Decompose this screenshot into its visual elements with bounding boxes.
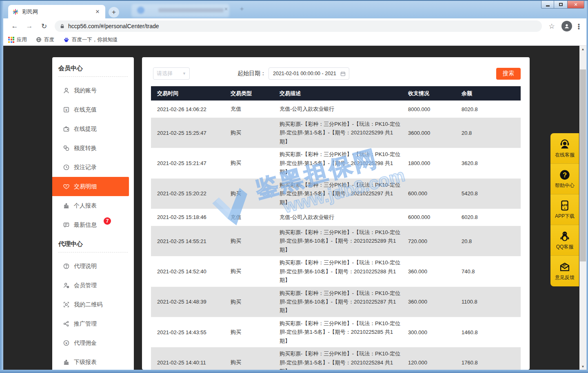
sidebar-item-my-account[interactable]: 我的账号 [52,81,134,100]
cell-desc: 购买彩票-【彩种：三分PK拾】-【玩法：PK10-定位胆-定位胆-第6-10名】… [280,289,408,315]
reload-icon[interactable]: ↻ [38,20,50,32]
bookmark-baidu-search[interactable]: 百度一下，你就知道 [63,36,118,43]
table-row: 2021-02-25 14:55:21 购买 购买彩票-【彩种：三分PK拾】-【… [151,226,521,256]
bookmarks-bar: 应用 百度 百度一下，你就知道 [3,34,586,46]
maximize-button[interactable] [554,1,567,9]
title-bar: × + 彩民网 ✕ + ✕ [0,0,588,18]
sidebar-item-bet-records[interactable]: 投注记录 [52,158,134,177]
vertical-scrollbar[interactable]: ▲ ▼ [579,46,586,370]
header-amount: 收支情况 [408,90,462,97]
sidebar-item-commission[interactable]: ¥ 代理佣金 [52,333,134,353]
cell-desc: 充值-公司入款农业银行 [280,213,408,221]
cell-balance: 20.8 [462,238,521,244]
help-center-button[interactable]: ? 帮助中心 [550,164,579,194]
cell-balance: 8020.8 [462,106,521,112]
sidebar-item-label: 额度转换 [74,145,97,152]
minimize-button[interactable] [541,1,554,9]
search-button[interactable]: 搜索 [496,68,521,80]
sidebar-section-title: 代理中心 [52,235,134,252]
cell-amount: 3600.000 [408,130,462,136]
cell-time: 2021-02-25 14:52:40 [151,268,231,275]
new-tab-button[interactable]: + [109,7,119,18]
share-icon [62,320,70,327]
history-clock-icon [62,164,70,171]
main-panel: 请选择 ▼ 起始日期： 搜索 交易时间 交易类型 交易描述 收支情况 [142,57,530,370]
svg-text:¥: ¥ [65,341,67,345]
forward-icon[interactable]: → [24,20,35,32]
sidebar-item-label: 代理说明 [74,263,97,270]
cell-time: 2021-02-25 15:21:47 [151,160,231,166]
bookmark-apps[interactable]: 应用 [8,36,27,43]
cell-desc: 购买彩票-【彩种：三分PK拾】-【玩法：PK10-定位胆-定位胆-第6-10名】… [280,258,408,284]
sidebar-item-label: 在线充值 [74,106,97,114]
cell-type: 购买 [231,129,280,136]
online-service-button[interactable]: 在线客服 [550,133,579,164]
sidebar-item-recharge[interactable]: ¥ 在线充值 [52,100,134,119]
sidebar-item-withdraw[interactable]: 在线提现 [52,119,134,138]
qq-service-button[interactable]: QQ客服 [550,225,579,256]
scroll-up-icon[interactable]: ▲ [579,46,586,52]
cell-desc: 购买彩票-【彩种：三分PK拾】-【玩法：PK10-定位胆-定位胆-第1-5名】-… [280,349,408,370]
baidu-paw-icon [63,37,69,43]
cell-balance: 20.8 [462,130,521,136]
user-icon [62,87,70,94]
cell-type: 充值 [231,105,280,113]
sidebar-item-label: 下级报表 [74,359,97,366]
browser-tab[interactable]: 彩民网 ✕ [8,5,105,18]
profile-avatar[interactable] [561,21,572,31]
sidebar-item-latest-news[interactable]: 最新信息 7 [52,215,134,235]
sidebar-item-convert[interactable]: 额度转换 [52,138,134,158]
cell-balance: 1100.8 [462,299,521,305]
sidebar-item-sub-report[interactable]: 下级报表 [52,353,134,370]
window-left-border [0,1,3,373]
news-badge: 7 [104,217,111,225]
bookmark-baidu[interactable]: 百度 [36,36,54,43]
cell-balance: 1460.8 [462,329,521,335]
header-type: 交易类型 [231,90,280,97]
sidebar-item-label: 会员管理 [74,282,97,289]
back-icon[interactable]: ← [9,20,20,32]
cell-balance: 740.8 [462,268,521,275]
app-download-button[interactable]: APP APP下载 [550,194,579,225]
cell-balance: 5420.8 [462,190,521,197]
sidebar-item-trade-detail[interactable]: 交易明细 [52,177,129,196]
url-bar[interactable]: hccp56.com/#/personalCenter/trade [55,20,542,32]
type-select[interactable]: 请选择 ▼ [153,67,190,80]
sidebar-item-promotion[interactable]: 推广管理 [52,314,134,333]
sidebar-item-agent-info[interactable]: 代理说明 [52,257,134,276]
feedback-button[interactable]: 意见反馈 [550,256,579,286]
cell-type: 充值 [231,214,280,221]
sidebar-item-personal-report[interactable]: 个人报表 [52,196,134,215]
table-row: 2021-02-25 15:18:46 充值 充值-公司入款农业银行 6000.… [151,209,521,226]
sidebar-item-label: 交易明细 [74,183,97,190]
close-button[interactable]: ✕ [567,1,584,9]
cell-balance: 1760.8 [462,360,521,366]
scrollbar-thumb[interactable] [580,69,586,261]
yuan-box-icon: ¥ [62,106,70,113]
sidebar: 会员中心 我的账号 ¥ 在线充值 在线提现 额度转换 投注记录 [52,57,134,370]
sidebar-section-title: 会员中心 [52,57,134,76]
cell-time: 2021-02-25 14:48:39 [151,299,231,305]
question-circle-icon [62,263,70,270]
cell-amount: 8000.000 [408,106,462,112]
float-label: QQ客服 [556,243,574,250]
sidebar-item-member-manage[interactable]: 会员管理 [52,276,134,295]
cell-time: 2021-02-25 14:43:55 [151,329,231,335]
float-label: 帮助中心 [555,182,575,189]
chevron-down-icon: ▼ [182,71,186,76]
bookmark-label: 应用 [17,36,27,43]
date-range-input[interactable] [268,67,349,80]
menu-kebab-icon[interactable]: ••• [578,23,580,29]
sidebar-item-my-qrcode[interactable]: 我的二维码 [52,295,134,314]
sidebar-item-label: 代理佣金 [74,339,97,347]
window-bottom-border [0,370,588,373]
scroll-down-icon[interactable]: ▼ [579,363,586,370]
envelope-icon [559,261,570,272]
sidebar-item-label: 推广管理 [74,320,97,328]
header-desc: 交易描述 [280,89,408,98]
table-row: 2021-02-25 15:25:47 购买 购买彩票-【彩种：三分PK拾】-【… [151,118,521,148]
tab-close-icon[interactable]: ✕ [94,8,101,16]
bar-chart-icon [62,202,70,209]
bookmark-star-icon[interactable]: ☆ [548,22,555,31]
filter-controls: 请选择 ▼ 起始日期： 搜索 [153,67,521,80]
